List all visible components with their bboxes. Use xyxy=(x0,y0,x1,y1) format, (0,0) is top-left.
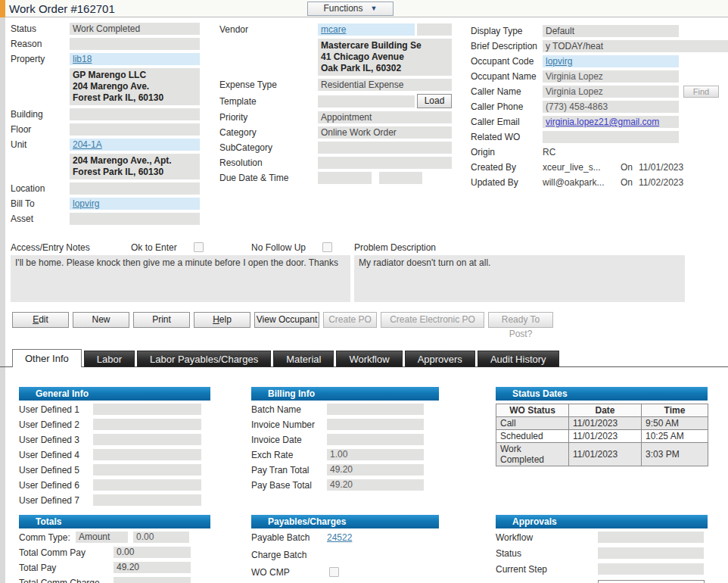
related-wo-field[interactable] xyxy=(543,131,679,143)
total-pay-field[interactable]: 49.20 xyxy=(114,562,191,573)
property-link[interactable]: lib18 xyxy=(73,54,92,64)
priority-field[interactable]: Appointment xyxy=(318,111,452,123)
print-button[interactable]: Print xyxy=(133,312,190,328)
unit-link[interactable]: 204-1A xyxy=(73,139,102,150)
template-field[interactable] xyxy=(318,95,415,108)
status-field[interactable]: Work Completed xyxy=(70,23,200,35)
updated-on-word: On xyxy=(621,177,639,188)
table-row[interactable]: Work Completed 11/01/2023 3:03 PM xyxy=(496,443,708,466)
expense-type-field[interactable]: Residential Expense xyxy=(318,79,452,91)
create-electronic-po-button[interactable]: Create Electronic PO xyxy=(381,312,484,328)
origin-label: Origin xyxy=(471,147,543,157)
caller-email-field[interactable]: virginia.lopez21@gmail.com xyxy=(543,116,679,128)
user-defined-6-field[interactable] xyxy=(93,479,201,491)
functions-menu-button[interactable]: Functions▼ xyxy=(307,2,394,16)
resolution-field[interactable] xyxy=(318,157,452,169)
no-follow-up-checkbox[interactable] xyxy=(322,242,332,252)
table-row[interactable]: Call 11/01/2023 9:50 AM xyxy=(496,417,708,430)
location-field[interactable] xyxy=(70,182,200,195)
ok-to-enter-checkbox[interactable] xyxy=(194,242,204,252)
occupant-code-link[interactable]: lopvirg xyxy=(546,56,572,67)
user-defined-4-row: User Defined 4 xyxy=(19,449,210,460)
view-occupant-button[interactable]: View Occupant xyxy=(254,312,319,328)
subcategory-field[interactable] xyxy=(318,142,452,154)
create-po-button[interactable]: Create PO xyxy=(323,312,377,328)
user-defined-7-field[interactable] xyxy=(93,494,201,506)
property-field[interactable]: lib18 xyxy=(70,53,200,65)
occupant-name-field[interactable]: Virginia Lopez xyxy=(543,70,679,83)
edit-button[interactable]: Edit xyxy=(12,312,69,328)
occupant-code-field[interactable]: lopvirg xyxy=(543,55,679,67)
due-date-field[interactable] xyxy=(318,172,372,184)
unit-field[interactable]: 204-1A xyxy=(70,139,200,151)
load-button[interactable]: Load xyxy=(417,94,452,108)
table-row[interactable]: Scheduled 11/01/2023 10:25 AM xyxy=(496,430,708,443)
batch-name-field[interactable] xyxy=(327,404,424,415)
problem-description-textarea[interactable]: My radiator doesn't turn on at all. xyxy=(354,255,685,302)
building-field[interactable] xyxy=(70,108,200,120)
vendor-field[interactable]: mcare xyxy=(318,23,415,36)
occupant-code-row: Occupant Code lopvirg xyxy=(471,55,728,67)
user-defined-1-field[interactable] xyxy=(93,404,201,415)
billto-field[interactable]: lopvirg xyxy=(70,198,200,210)
wo-cmp-checkbox[interactable] xyxy=(329,567,339,577)
current-step-field[interactable] xyxy=(598,563,704,575)
display-type-field[interactable]: Default xyxy=(543,25,679,37)
comm-amount-field[interactable]: 0.00 xyxy=(133,532,189,543)
tab-bar: Other Info Labor Labor Payables/Charges … xyxy=(12,349,559,367)
updated-by-value: will@oakpark... xyxy=(543,177,621,188)
user-defined-4-field[interactable] xyxy=(93,449,201,460)
tab-audit-history[interactable]: Audit History xyxy=(478,351,559,367)
caller-name-field[interactable]: Virginia Lopez xyxy=(543,86,679,98)
asset-field[interactable] xyxy=(70,213,200,225)
workflow-field[interactable] xyxy=(598,532,704,543)
total-comm-pay-field[interactable]: 0.00 xyxy=(114,547,191,558)
building-label: Building xyxy=(11,109,70,120)
tab-labor-payables-charges[interactable]: Labor Payables/Charges xyxy=(137,351,271,367)
priority-label: Priority xyxy=(219,112,318,123)
user-defined-5-field[interactable] xyxy=(93,464,201,475)
payables-charges-header: Payables/Charges xyxy=(251,515,439,528)
help-button[interactable]: Help xyxy=(194,312,250,328)
vendor-extra-field[interactable] xyxy=(417,23,452,36)
due-time-field[interactable] xyxy=(379,172,422,184)
reason-field[interactable] xyxy=(70,38,200,50)
comm-type-field[interactable]: Amount xyxy=(76,532,128,543)
user-defined-2-field[interactable] xyxy=(93,419,201,430)
approvals-extra-field[interactable] xyxy=(598,580,705,583)
batch-name-row: Batch Name xyxy=(251,404,439,415)
tab-approvers[interactable]: Approvers xyxy=(405,351,475,367)
middle-detail-column: Vendor mcare Mastercare Building Se 41 C… xyxy=(219,23,452,187)
pay-base-total-field[interactable]: 49.20 xyxy=(327,479,424,491)
billto-link[interactable]: lopvirg xyxy=(73,198,99,209)
find-button[interactable]: Find xyxy=(683,86,719,98)
tab-labor[interactable]: Labor xyxy=(84,351,135,367)
subcategory-row: SubCategory xyxy=(219,142,452,154)
category-field[interactable]: Online Work Order xyxy=(318,126,452,139)
caller-email-link[interactable]: virginia.lopez21@gmail.com xyxy=(546,117,659,127)
caller-phone-row: Caller Phone (773) 458-4863 xyxy=(471,101,728,113)
brief-description-field[interactable]: y TODAY/heat xyxy=(543,40,728,52)
invoice-date-field[interactable] xyxy=(327,434,424,445)
tab-material[interactable]: Material xyxy=(273,351,334,367)
tab-other-info[interactable]: Other Info xyxy=(12,349,82,367)
total-comm-charge-field[interactable] xyxy=(114,577,191,583)
ready-to-post-button[interactable]: Ready To Post? xyxy=(488,312,553,328)
charge-batch-row: Charge Batch xyxy=(251,549,439,560)
pay-tran-total-field[interactable]: 49.20 xyxy=(327,464,424,475)
caller-email-row: Caller Email virginia.lopez21@gmail.com xyxy=(471,116,728,128)
floor-field[interactable] xyxy=(70,123,200,136)
payable-batch-link[interactable]: 24522 xyxy=(327,532,352,543)
user-defined-3-field[interactable] xyxy=(93,434,201,445)
approval-status-field[interactable] xyxy=(598,547,704,559)
new-button[interactable]: New xyxy=(73,312,129,328)
tab-workflow[interactable]: Workflow xyxy=(336,351,402,367)
expense-type-row: Expense Type Residential Expense xyxy=(219,79,452,91)
access-entry-notes-textarea[interactable]: I'll be home. Please knock then give me … xyxy=(11,255,350,302)
caller-phone-field[interactable]: (773) 458-4863 xyxy=(543,101,679,113)
approvals-header: Approvals xyxy=(496,515,708,528)
exch-rate-field[interactable]: 1.00 xyxy=(327,449,424,460)
caller-email-label: Caller Email xyxy=(471,117,543,127)
invoice-number-field[interactable] xyxy=(327,419,424,430)
vendor-link[interactable]: mcare xyxy=(321,24,346,35)
